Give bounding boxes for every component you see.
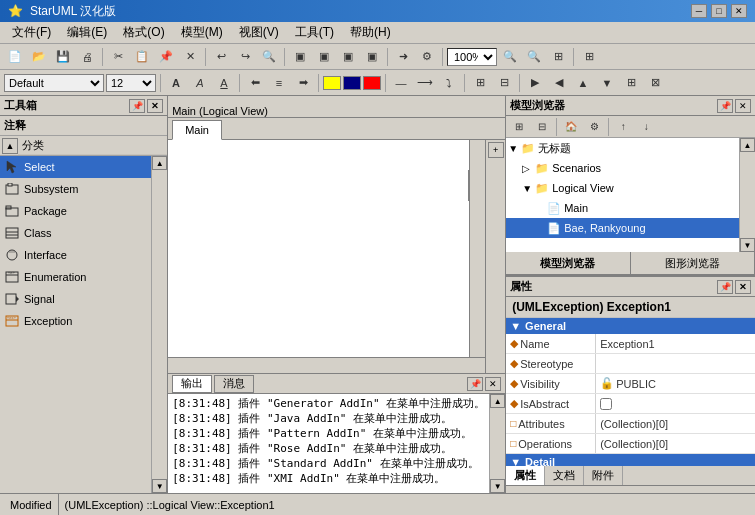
props-visibility-value[interactable]: 🔓 PUBLIC	[596, 374, 755, 393]
snap-grid[interactable]: ⊞	[469, 73, 491, 93]
tree-scenarios[interactable]: ▷ 📁 Scenarios	[506, 158, 739, 178]
menu-model[interactable]: 模型(M)	[173, 22, 231, 43]
add-element-button[interactable]: +	[488, 142, 504, 158]
browser-btn5[interactable]: ↑	[612, 117, 634, 137]
copy-button[interactable]: 📋	[131, 47, 153, 67]
new-button[interactable]: 📄	[4, 47, 26, 67]
line-style3[interactable]: ⤵	[438, 73, 460, 93]
props-close-button[interactable]: ✕	[735, 280, 751, 294]
zoom-in[interactable]: 🔍	[499, 47, 521, 67]
extra2[interactable]: ◀	[548, 73, 570, 93]
tree-root[interactable]: ▼ 📁 无标题	[506, 138, 739, 158]
tree-main[interactable]: 📄 Main	[506, 198, 739, 218]
minimize-button[interactable]: ─	[691, 4, 707, 18]
props-stereotype-value[interactable]	[596, 354, 755, 373]
props-isabstract-value[interactable]	[596, 394, 755, 413]
cut-button[interactable]: ✂	[107, 47, 129, 67]
tool-subsystem[interactable]: Subsystem	[0, 178, 151, 200]
output-close-button[interactable]: ✕	[485, 377, 501, 391]
maximize-button[interactable]: □	[711, 4, 727, 18]
extra3[interactable]: ▲	[572, 73, 594, 93]
underline-button[interactable]: A	[213, 73, 235, 93]
align-left[interactable]: ⬅	[244, 73, 266, 93]
diagram-browser-tab[interactable]: 图形浏览器	[631, 252, 755, 274]
model-browser-tab[interactable]: 模型浏览器	[506, 252, 630, 274]
extra5[interactable]: ⊞	[620, 73, 642, 93]
scroll-down-arrow[interactable]: ▼	[152, 479, 167, 493]
close-button[interactable]: ✕	[731, 4, 747, 18]
tool-exception[interactable]: «ex» Exception	[0, 310, 151, 332]
browser-scroll-up[interactable]: ▲	[740, 138, 755, 152]
undo-button[interactable]: ↩	[210, 47, 232, 67]
color-line[interactable]	[343, 76, 361, 90]
props-docs-tab[interactable]: 文档	[545, 466, 584, 485]
props-operations-value[interactable]: (Collection)[0]	[596, 434, 755, 453]
toolbox-pin-button[interactable]: 📌	[129, 99, 145, 113]
output-scrollbar[interactable]: ▲ ▼	[489, 394, 505, 493]
browser-scrollbar[interactable]: ▲ ▼	[739, 138, 755, 252]
color-fill[interactable]	[323, 76, 341, 90]
tool-class[interactable]: Class	[0, 222, 151, 244]
tb-box1[interactable]: ▣	[289, 47, 311, 67]
show-grid[interactable]: ⊟	[493, 73, 515, 93]
tb-box3[interactable]: ▣	[337, 47, 359, 67]
diagram-scroll-vertical[interactable]	[469, 140, 485, 357]
toolbox-close-button[interactable]: ✕	[147, 99, 163, 113]
browser-btn6[interactable]: ↓	[635, 117, 657, 137]
zoom-fit[interactable]: ⊞	[547, 47, 569, 67]
save-button[interactable]: 💾	[52, 47, 74, 67]
browser-btn2[interactable]: ⊟	[531, 117, 553, 137]
line-style1[interactable]: —	[390, 73, 412, 93]
extra4[interactable]: ▼	[596, 73, 618, 93]
menu-edit[interactable]: 编辑(E)	[59, 22, 115, 43]
menu-help[interactable]: 帮助(H)	[342, 22, 399, 43]
output-scroll-up[interactable]: ▲	[490, 394, 505, 408]
props-attrs-tab[interactable]: 属性	[506, 466, 545, 485]
extra6[interactable]: ⊠	[644, 73, 666, 93]
extra1[interactable]: ▶	[524, 73, 546, 93]
browser-close-button[interactable]: ✕	[735, 99, 751, 113]
main-diagram-tab[interactable]: Main	[172, 120, 222, 140]
color-font[interactable]	[363, 76, 381, 90]
redo-button[interactable]: ↪	[234, 47, 256, 67]
menu-file[interactable]: 文件(F)	[4, 22, 59, 43]
props-attributes-value[interactable]: (Collection)[0]	[596, 414, 755, 433]
paste-button[interactable]: 📌	[155, 47, 177, 67]
tb-extra[interactable]: ⊞	[578, 47, 600, 67]
props-pin-button[interactable]: 📌	[717, 280, 733, 294]
italic-button[interactable]: A	[189, 73, 211, 93]
tb-arrow[interactable]: ➜	[392, 47, 414, 67]
messages-tab[interactable]: 消息	[214, 375, 254, 393]
print-button[interactable]: 🖨	[76, 47, 98, 67]
browser-btn1[interactable]: ⊞	[508, 117, 530, 137]
font-family-select[interactable]: Default	[4, 74, 104, 92]
zoom-out[interactable]: 🔍	[523, 47, 545, 67]
diagram-canvas[interactable]: Bae, Rankyoung +	[168, 140, 505, 373]
menu-view[interactable]: 视图(V)	[231, 22, 287, 43]
open-button[interactable]: 📂	[28, 47, 50, 67]
menu-format[interactable]: 格式(O)	[115, 22, 172, 43]
zoom-select[interactable]: 100%	[447, 48, 497, 66]
browser-btn3[interactable]: 🏠	[560, 117, 582, 137]
tool-enumeration[interactable]: «e» Enumeration	[0, 266, 151, 288]
scroll-up-arrow[interactable]: ▲	[152, 156, 167, 170]
tool-select[interactable]: Select	[0, 156, 151, 178]
tree-bae[interactable]: 📄 Bae, Rankyoung	[506, 218, 739, 238]
tb-settings[interactable]: ⚙	[416, 47, 438, 67]
output-scroll-down[interactable]: ▼	[490, 479, 505, 493]
tree-logicalview[interactable]: ▼ 📁 Logical View	[506, 178, 739, 198]
find-button[interactable]: 🔍	[258, 47, 280, 67]
isabstract-checkbox[interactable]	[600, 398, 612, 410]
bold-button[interactable]: A	[165, 73, 187, 93]
tool-signal[interactable]: Signal	[0, 288, 151, 310]
browser-scroll-down[interactable]: ▼	[740, 238, 755, 252]
tb-box4[interactable]: ▣	[361, 47, 383, 67]
align-center[interactable]: ≡	[268, 73, 290, 93]
browser-btn4[interactable]: ⚙	[583, 117, 605, 137]
tool-package[interactable]: Package	[0, 200, 151, 222]
tb-box2[interactable]: ▣	[313, 47, 335, 67]
tool-interface[interactable]: Interface	[0, 244, 151, 266]
toolbox-scrollbar[interactable]: ▲ ▼	[151, 156, 167, 493]
menu-tools[interactable]: 工具(T)	[287, 22, 342, 43]
align-right[interactable]: ➡	[292, 73, 314, 93]
